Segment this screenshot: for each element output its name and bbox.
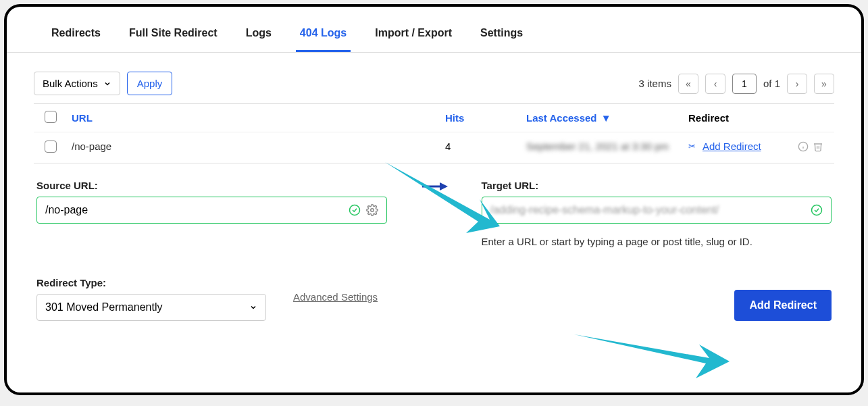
row-redirect-cell: ✂ Add Redirect	[688, 141, 823, 152]
tab-404-logs[interactable]: 404 Logs	[296, 20, 351, 52]
form-bottom-row: Redirect Type: 301 Moved Permanently Adv…	[7, 263, 861, 337]
page-number-input[interactable]	[732, 74, 757, 94]
target-url-input-wrap	[482, 197, 832, 224]
svg-point-3	[349, 205, 359, 215]
advanced-settings-link[interactable]: Advanced Settings	[293, 291, 378, 307]
chevron-down-icon	[103, 80, 111, 88]
row-last-accessed: September 21, 2021 at 3:30 pm	[526, 141, 688, 152]
tab-redirects[interactable]: Redirects	[47, 20, 105, 52]
add-redirect-link[interactable]: Add Redirect	[703, 141, 761, 152]
chevron-down-icon	[249, 303, 257, 311]
direction-arrow	[394, 180, 475, 200]
select-all-checkbox[interactable]	[45, 111, 57, 123]
tab-settings[interactable]: Settings	[476, 20, 527, 52]
header-checkbox-cell	[45, 111, 72, 125]
column-redirect: Redirect	[688, 112, 823, 124]
info-icon[interactable]	[798, 141, 809, 152]
bulk-actions-select[interactable]: Bulk Actions	[34, 72, 120, 95]
column-hits[interactable]: Hits	[445, 112, 526, 124]
check-circle-icon	[811, 204, 823, 216]
svg-point-7	[812, 205, 822, 215]
redirect-form: Source URL: Target URL: Enter a URL or s…	[7, 163, 861, 263]
item-count: 3 items	[639, 78, 671, 89]
row-checkbox[interactable]	[45, 141, 57, 153]
svg-marker-6	[440, 182, 448, 191]
sort-desc-icon: ▼	[601, 112, 611, 124]
toolbar-left: Bulk Actions Apply	[34, 72, 172, 95]
bulk-actions-label: Bulk Actions	[43, 78, 98, 89]
target-url-group: Target URL: Enter a URL or start by typi…	[482, 180, 832, 247]
row-action-icons	[798, 141, 823, 152]
redirect-type-value: 301 Moved Permanently	[45, 301, 162, 313]
table-row: /no-page 4 September 21, 2021 at 3:30 pm…	[34, 132, 834, 163]
row-hits: 4	[445, 141, 526, 152]
target-url-label: Target URL:	[482, 180, 832, 191]
add-redirect-button[interactable]: Add Redirect	[734, 290, 832, 321]
column-last-accessed-label: Last Accessed	[526, 112, 597, 124]
app-window: Redirects Full Site Redirect Logs 404 Lo…	[7, 7, 861, 392]
check-circle-icon	[349, 204, 361, 216]
tab-import-export[interactable]: Import / Export	[371, 20, 456, 52]
source-url-input-wrap	[36, 197, 387, 224]
toolbar: Bulk Actions Apply 3 items « ‹ of 1 › »	[7, 53, 861, 103]
tab-full-site-redirect[interactable]: Full Site Redirect	[125, 20, 222, 52]
logs-table: URL Hits Last Accessed ▼ Redirect /no-pa…	[34, 103, 834, 163]
redirect-type-select[interactable]: 301 Moved Permanently	[36, 294, 266, 321]
redirect-type-group: Redirect Type: 301 Moved Permanently	[36, 277, 266, 321]
pager-first-button[interactable]: «	[678, 74, 698, 94]
row-checkbox-cell	[45, 141, 72, 155]
tab-bar: Redirects Full Site Redirect Logs 404 Lo…	[7, 7, 861, 53]
source-url-input[interactable]	[45, 204, 343, 216]
row-url: /no-page	[72, 141, 445, 152]
pagination: 3 items « ‹ of 1 › »	[639, 74, 834, 94]
table-header: URL Hits Last Accessed ▼ Redirect	[34, 104, 834, 132]
column-url[interactable]: URL	[72, 112, 445, 124]
column-last-accessed[interactable]: Last Accessed ▼	[526, 112, 688, 124]
tab-logs[interactable]: Logs	[242, 20, 276, 52]
pager-last-button[interactable]: »	[814, 74, 834, 94]
redirect-type-label: Redirect Type:	[36, 277, 266, 288]
svg-marker-9	[574, 334, 730, 378]
target-url-input[interactable]	[490, 204, 806, 216]
apply-button[interactable]: Apply	[127, 72, 173, 95]
target-url-helper: Enter a URL or start by typing a page or…	[482, 236, 832, 247]
pager-prev-button[interactable]: ‹	[705, 74, 725, 94]
redirect-icon: ✂	[688, 141, 696, 151]
source-url-group: Source URL:	[36, 180, 387, 224]
source-url-label: Source URL:	[36, 180, 387, 191]
arrow-right-icon	[421, 180, 448, 193]
trash-icon[interactable]	[813, 141, 823, 152]
svg-point-4	[370, 209, 374, 212]
page-of-text: of 1	[763, 78, 780, 89]
pager-next-button[interactable]: ›	[787, 74, 807, 94]
gear-icon[interactable]	[366, 204, 378, 216]
